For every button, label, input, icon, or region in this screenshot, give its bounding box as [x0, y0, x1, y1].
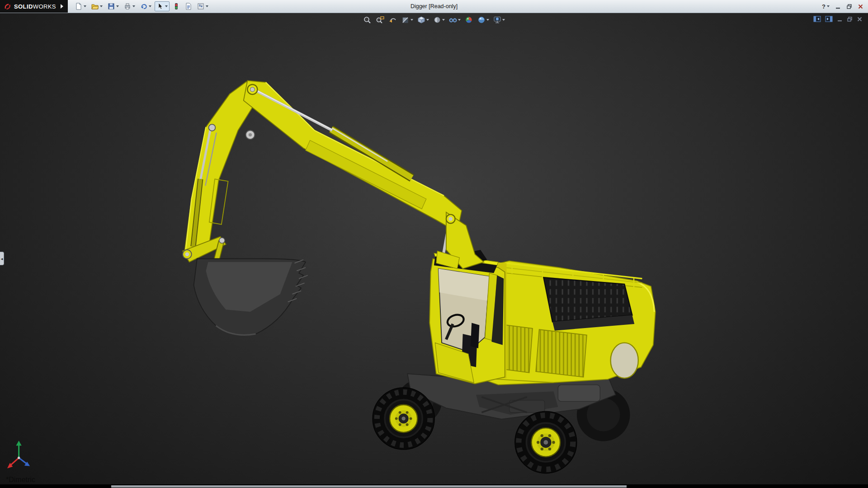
brand-arrow-icon	[61, 4, 63, 9]
edit-appearance-ball-icon	[464, 16, 473, 24]
rebuild-icon	[173, 3, 180, 10]
minimize-button[interactable]	[835, 4, 841, 9]
dropdown-caret-icon[interactable]	[426, 19, 429, 21]
apply-scene-button[interactable]	[476, 15, 490, 24]
show-feature-pane-button[interactable]	[813, 16, 821, 22]
section-view-button[interactable]	[400, 15, 414, 24]
dropdown-caret-icon[interactable]	[84, 5, 86, 7]
rebuild-button[interactable]	[171, 1, 182, 11]
reference-triad[interactable]	[7, 441, 30, 468]
dropdown-caret-icon[interactable]	[100, 5, 103, 7]
view-orientation-label: *Dimetric	[6, 476, 35, 484]
show-display-pane-button[interactable]	[825, 16, 833, 22]
apply-scene-icon	[477, 16, 486, 24]
close-button[interactable]	[858, 4, 863, 9]
dropdown-caret-icon[interactable]	[149, 5, 151, 7]
doc-restore-button[interactable]	[847, 16, 853, 22]
dropdown-caret-icon[interactable]	[206, 5, 208, 7]
doc-minimize-button[interactable]	[837, 16, 843, 22]
edit-appearance-button[interactable]	[463, 15, 474, 24]
hide-show-glasses-icon	[448, 16, 458, 24]
undo-icon	[140, 3, 147, 10]
document-window-controls	[813, 16, 863, 22]
ds-logo-icon	[4, 3, 11, 10]
zoom-to-area-button[interactable]	[375, 15, 386, 24]
select-cursor-icon	[156, 3, 164, 10]
titlebar: SOLIDWORKS	[0, 0, 868, 13]
new-document-icon	[75, 3, 82, 10]
help-button[interactable]: ?	[822, 3, 830, 10]
feature-panel-collapse-handle[interactable]: ◀	[0, 252, 4, 265]
solidworks-logo: SOLIDWORKS	[0, 0, 68, 13]
view-settings-button[interactable]	[492, 15, 506, 24]
view-settings-icon	[493, 16, 502, 24]
section-view-icon	[401, 16, 410, 24]
taskbar-reveal-strip[interactable]	[111, 485, 627, 488]
save-icon	[108, 3, 115, 10]
model-bucket[interactable]	[194, 259, 308, 335]
hide-show-items-button[interactable]	[448, 15, 462, 24]
display-style-button[interactable]	[432, 15, 446, 24]
dropdown-caret-icon[interactable]	[410, 19, 413, 21]
chevron-left-icon: ◀	[1, 257, 3, 260]
view-orientation-cube-icon	[417, 16, 426, 24]
file-properties-icon	[185, 3, 192, 10]
graphics-area[interactable]: ◀ *Dimetric	[0, 13, 868, 484]
zoom-to-fit-button[interactable]	[362, 15, 373, 24]
model-cab[interactable]	[429, 250, 506, 384]
open-button[interactable]	[90, 1, 104, 11]
dropdown-caret-icon[interactable]	[827, 5, 830, 7]
previous-view-icon	[388, 16, 397, 24]
restore-button[interactable]	[846, 4, 852, 9]
dropdown-caret-icon[interactable]	[502, 19, 505, 21]
model-front-left-wheel[interactable]	[373, 388, 434, 450]
app-window-controls: ?	[822, 3, 868, 10]
save-button[interactable]	[106, 1, 121, 11]
brand-text: SOLIDWORKS	[14, 3, 56, 10]
undo-button[interactable]	[138, 1, 153, 11]
solidworks-window: SOLIDWORKS	[0, 0, 868, 488]
dropdown-caret-icon[interactable]	[442, 19, 445, 21]
previous-view-button[interactable]	[387, 15, 398, 24]
dropdown-caret-icon[interactable]	[132, 5, 135, 7]
print-button[interactable]	[122, 1, 137, 11]
dropdown-caret-icon[interactable]	[116, 5, 119, 7]
open-icon	[91, 3, 99, 10]
model-canvas[interactable]	[0, 13, 868, 484]
dropdown-caret-icon[interactable]	[486, 19, 489, 21]
heads-up-view-toolbar	[362, 15, 506, 24]
zoom-to-area-icon	[376, 16, 385, 24]
bottom-edge-bar	[0, 484, 868, 488]
standard-toolbar	[73, 1, 210, 11]
view-orientation-button[interactable]	[416, 15, 430, 24]
zoom-to-fit-icon	[363, 16, 372, 24]
options-button[interactable]	[195, 1, 210, 11]
new-document-button[interactable]	[73, 1, 88, 11]
display-style-icon	[433, 16, 442, 24]
print-icon	[124, 3, 131, 10]
model-front-right-wheel[interactable]	[515, 411, 577, 473]
select-button[interactable]	[155, 1, 170, 11]
dropdown-caret-icon[interactable]	[458, 19, 461, 21]
file-properties-button[interactable]	[183, 1, 194, 11]
options-icon	[197, 3, 204, 10]
dropdown-caret-icon[interactable]	[165, 5, 168, 7]
doc-close-button[interactable]	[857, 16, 863, 22]
